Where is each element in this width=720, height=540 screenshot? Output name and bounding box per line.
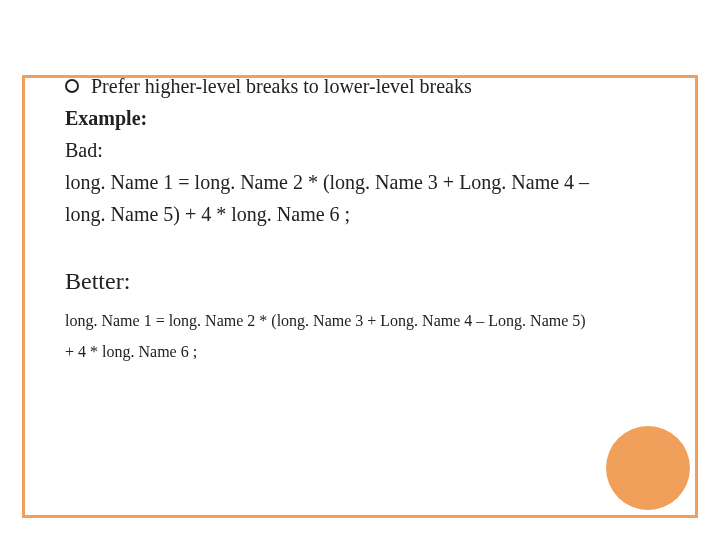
example-label: Example: <box>65 102 655 134</box>
bad-code-block: long. Name 1 = long. Name 2 * (long. Nam… <box>65 166 655 230</box>
circle-bullet-icon <box>65 79 79 93</box>
accent-circle <box>606 426 690 510</box>
bullet-row: Prefer higher-level breaks to lower-leve… <box>65 70 655 102</box>
better-code-line2: + 4 * long. Name 6 ; <box>65 337 655 367</box>
better-code-block: long. Name 1 = long. Name 2 * (long. Nam… <box>65 306 655 367</box>
better-code-line1: long. Name 1 = long. Name 2 * (long. Nam… <box>65 306 655 336</box>
bad-code-line1: long. Name 1 = long. Name 2 * (long. Nam… <box>65 166 655 198</box>
better-label: Better: <box>65 262 655 300</box>
bad-code-line2: long. Name 5) + 4 * long. Name 6 ; <box>65 198 655 230</box>
bullet-text: Prefer higher-level breaks to lower-leve… <box>91 70 472 102</box>
slide: Prefer higher-level breaks to lower-leve… <box>0 0 720 540</box>
content-area: Prefer higher-level breaks to lower-leve… <box>40 70 680 367</box>
bad-label: Bad: <box>65 134 655 166</box>
